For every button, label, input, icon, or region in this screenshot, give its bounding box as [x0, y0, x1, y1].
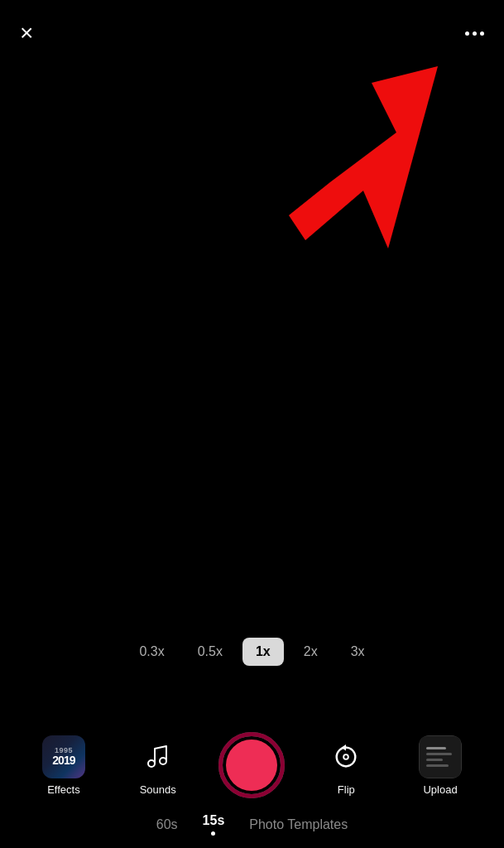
- speed-0.5x[interactable]: 0.5x: [185, 638, 236, 666]
- bottom-toolbar: 1995 2019 Effects Sounds Fli: [0, 732, 504, 798]
- speed-0.3x[interactable]: 0.3x: [126, 638, 177, 666]
- close-icon: ×: [20, 20, 33, 46]
- tab-15s-wrapper: 15s: [203, 813, 225, 836]
- speed-3x[interactable]: 3x: [338, 638, 378, 666]
- tab-15s[interactable]: 15s: [203, 813, 225, 828]
- close-button[interactable]: ×: [20, 22, 33, 45]
- record-button[interactable]: [218, 732, 285, 798]
- dot2: [473, 31, 477, 36]
- effects-icon: 1995 2019: [42, 735, 85, 778]
- arrow-annotation: [223, 50, 471, 298]
- sounds-tool[interactable]: Sounds: [111, 735, 205, 796]
- top-bar: ×: [0, 0, 504, 66]
- dot3: [480, 31, 484, 36]
- sounds-icon: [137, 735, 180, 778]
- tab-60s[interactable]: 60s: [156, 817, 178, 832]
- upload-thumb-line1: [426, 747, 446, 749]
- svg-marker-0: [289, 66, 438, 248]
- upload-label: Upload: [423, 783, 457, 796]
- svg-point-1: [343, 754, 348, 759]
- tab-photo-templates[interactable]: Photo Templates: [249, 817, 348, 832]
- upload-icon: [419, 735, 462, 778]
- bottom-tabs: 60s 15s Photo Templates: [0, 813, 504, 836]
- flip-icon: [324, 735, 367, 778]
- record-button-wrap: [205, 732, 300, 798]
- more-options-button[interactable]: [465, 31, 484, 36]
- speed-1x[interactable]: 1x: [242, 638, 284, 666]
- flip-label: Flip: [338, 783, 355, 796]
- dot1: [465, 31, 469, 36]
- upload-tool[interactable]: Upload: [393, 735, 487, 796]
- speed-2x[interactable]: 2x: [290, 638, 331, 666]
- tab-active-indicator: [211, 831, 215, 836]
- upload-thumb-line3: [426, 759, 443, 761]
- flip-tool[interactable]: Flip: [299, 735, 393, 796]
- upload-thumb-line4: [426, 764, 449, 767]
- effects-year-bottom: 2019: [52, 754, 74, 766]
- speed-selector: 0.3x 0.5x 1x 2x 3x: [0, 638, 504, 666]
- record-button-inner: [226, 740, 277, 791]
- sounds-label: Sounds: [140, 783, 176, 796]
- effects-tool[interactable]: 1995 2019 Effects: [17, 735, 111, 796]
- effects-label: Effects: [47, 783, 80, 796]
- upload-thumb-line2: [426, 753, 452, 755]
